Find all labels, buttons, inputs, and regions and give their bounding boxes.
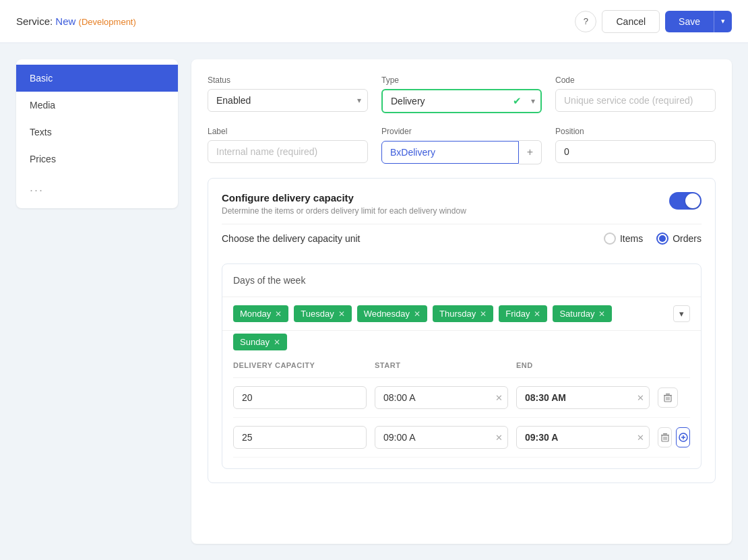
radio-group: Items Orders bbox=[604, 232, 702, 245]
start-clear-1[interactable]: ✕ bbox=[495, 393, 503, 403]
sidebar-item-texts[interactable]: Texts bbox=[16, 119, 178, 146]
day-tag-saturday: Saturday ✕ bbox=[553, 305, 612, 322]
day-tag-thursday-label: Thursday bbox=[439, 309, 476, 319]
day-tag-friday: Friday ✕ bbox=[499, 305, 547, 322]
save-button[interactable]: Save bbox=[665, 11, 714, 32]
day-tag-monday-remove[interactable]: ✕ bbox=[275, 309, 282, 319]
sidebar-item-media[interactable]: Media bbox=[16, 92, 178, 119]
form-row-2: Label Provider + Position bbox=[208, 127, 716, 164]
type-select[interactable]: Delivery Pickup bbox=[381, 89, 542, 113]
day-tag-tuesday-label: Tuesday bbox=[301, 309, 334, 319]
end-clear-2[interactable]: ✕ bbox=[637, 433, 644, 443]
svg-rect-2 bbox=[664, 396, 671, 402]
radio-items[interactable]: Items bbox=[604, 232, 643, 245]
cancel-button[interactable]: Cancel bbox=[602, 10, 660, 33]
svg-rect-1 bbox=[666, 394, 670, 395]
capacity-unit-row: Choose the delivery capacity unit Items … bbox=[222, 224, 702, 253]
col-capacity: DELIVERY CAPACITY bbox=[233, 361, 367, 369]
days-tags-row-2: Sunday ✕ bbox=[222, 331, 701, 353]
label-field: Label bbox=[208, 127, 368, 164]
sidebar-item-basic[interactable]: Basic bbox=[16, 65, 178, 92]
save-button-group: Save ▾ bbox=[665, 11, 732, 32]
position-input[interactable] bbox=[555, 140, 716, 163]
day-tag-sunday: Sunday ✕ bbox=[233, 334, 287, 350]
status-label: Status bbox=[208, 75, 368, 85]
day-tag-wednesday-label: Wednesday bbox=[364, 309, 410, 319]
start-input-2[interactable] bbox=[375, 426, 508, 449]
day-tag-wednesday-remove[interactable]: ✕ bbox=[414, 309, 420, 319]
delivery-config-toggle[interactable] bbox=[669, 192, 702, 210]
delivery-config-header: Configure delivery capacity Determine th… bbox=[222, 192, 702, 216]
capacity-cell-2 bbox=[233, 426, 367, 449]
day-tag-tuesday-remove[interactable]: ✕ bbox=[338, 309, 345, 319]
provider-input[interactable] bbox=[381, 141, 519, 164]
days-section: Days of the week Monday ✕ Tuesday ✕ Wedn… bbox=[222, 263, 702, 469]
row-2-actions bbox=[658, 427, 690, 447]
days-tags-row: Monday ✕ Tuesday ✕ Wednesday ✕ Thursday … bbox=[222, 297, 701, 331]
day-tag-saturday-label: Saturday bbox=[559, 309, 594, 319]
day-tag-monday-label: Monday bbox=[240, 309, 271, 319]
day-tag-saturday-remove[interactable]: ✕ bbox=[598, 309, 605, 319]
delete-row-2-button[interactable] bbox=[658, 427, 672, 447]
status-select[interactable]: Enabled Disabled bbox=[208, 89, 368, 112]
row-1-actions bbox=[658, 387, 690, 408]
start-cell-2: ✕ bbox=[375, 426, 508, 449]
capacity-input-1[interactable] bbox=[233, 386, 367, 409]
day-tag-sunday-label: Sunday bbox=[240, 337, 270, 347]
start-clear-2[interactable]: ✕ bbox=[495, 433, 503, 443]
label-label: Label bbox=[208, 127, 368, 136]
label-input[interactable] bbox=[208, 140, 368, 163]
type-label: Type bbox=[381, 75, 542, 85]
provider-field: Provider + bbox=[381, 127, 542, 164]
form-row-1: Status Enabled Disabled ▾ Type Delivery … bbox=[208, 75, 716, 113]
save-dropdown-button[interactable]: ▾ bbox=[714, 11, 732, 32]
toggle-knob bbox=[685, 193, 700, 208]
start-cell-1: ✕ bbox=[375, 386, 508, 409]
table-row-1: ✕ ✕ bbox=[233, 378, 690, 418]
col-actions bbox=[658, 361, 690, 369]
day-tag-tuesday: Tuesday ✕ bbox=[294, 305, 351, 322]
provider-wrapper: + bbox=[381, 140, 542, 164]
day-tag-thursday-remove[interactable]: ✕ bbox=[480, 309, 487, 319]
days-header: Days of the week bbox=[222, 264, 701, 297]
capacity-input-2[interactable] bbox=[233, 426, 367, 449]
delivery-config-desc: Determine the items or orders delivery l… bbox=[222, 206, 466, 216]
table-row-2: ✕ ✕ bbox=[233, 418, 690, 458]
delete-row-1-button[interactable] bbox=[658, 387, 678, 408]
topbar: Service: New (Development) ? Cancel Save… bbox=[0, 0, 748, 43]
help-button[interactable]: ? bbox=[575, 11, 596, 32]
add-icon bbox=[679, 433, 688, 442]
code-input[interactable] bbox=[555, 89, 716, 112]
radio-orders[interactable]: Orders bbox=[656, 232, 702, 245]
col-start: START bbox=[375, 361, 508, 369]
svg-rect-0 bbox=[664, 395, 672, 396]
day-tag-friday-label: Friday bbox=[505, 309, 530, 319]
capacity-cell-1 bbox=[233, 386, 367, 409]
sidebar: Basic Media Texts Prices ... bbox=[16, 59, 178, 208]
type-field: Type Delivery Pickup ✔ ▾ bbox=[381, 75, 542, 113]
sidebar-item-prices[interactable]: Prices bbox=[16, 146, 178, 173]
end-clear-1[interactable]: ✕ bbox=[637, 393, 644, 403]
add-row-button[interactable] bbox=[676, 427, 690, 447]
day-tag-friday-remove[interactable]: ✕ bbox=[534, 309, 540, 319]
sidebar-more[interactable]: ... bbox=[16, 173, 178, 203]
code-field: Code bbox=[555, 75, 716, 113]
table-header: DELIVERY CAPACITY START END bbox=[233, 353, 690, 378]
col-end: END bbox=[516, 361, 650, 369]
end-input-2[interactable] bbox=[516, 426, 650, 449]
provider-add-button[interactable]: + bbox=[519, 140, 542, 164]
start-input-1[interactable] bbox=[375, 386, 508, 409]
radio-orders-circle bbox=[656, 232, 668, 245]
end-input-1[interactable] bbox=[516, 386, 650, 409]
svg-rect-6 bbox=[661, 435, 669, 435]
trash-icon-2 bbox=[660, 433, 670, 442]
main-layout: Basic Media Texts Prices ... Status Enab… bbox=[0, 43, 748, 560]
position-label: Position bbox=[555, 127, 716, 136]
status-field: Status Enabled Disabled ▾ bbox=[208, 75, 368, 113]
days-dropdown-button[interactable]: ▾ bbox=[673, 305, 690, 322]
radio-orders-label: Orders bbox=[673, 233, 702, 244]
delivery-config-title: Configure delivery capacity bbox=[222, 192, 466, 204]
day-tag-sunday-remove[interactable]: ✕ bbox=[274, 338, 280, 347]
day-tag-monday: Monday ✕ bbox=[233, 305, 288, 322]
provider-label: Provider bbox=[381, 127, 542, 136]
